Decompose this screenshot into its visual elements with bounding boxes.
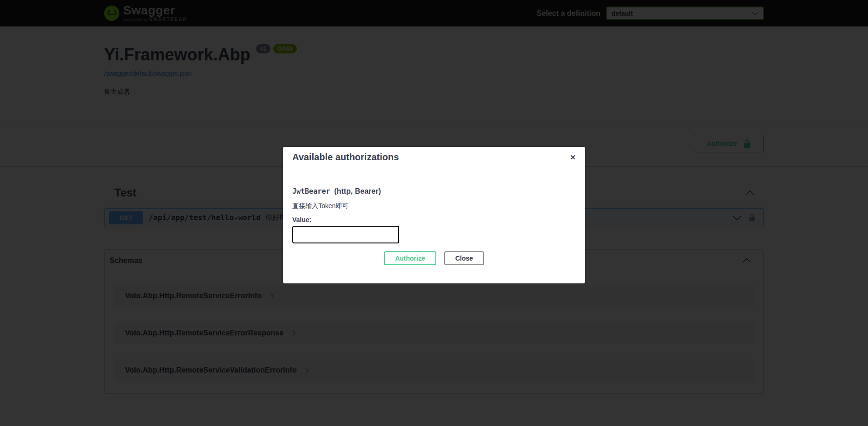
modal-authorize-button[interactable]: Authorize: [384, 251, 436, 265]
auth-scheme-description: 直接输入Token即可: [292, 202, 576, 210]
auth-scheme-title: JwtBearer(http, Bearer): [292, 187, 576, 196]
value-label: Value:: [292, 216, 576, 223]
auth-scheme-type: (http, Bearer): [334, 187, 381, 195]
auth-scheme-name: JwtBearer: [292, 187, 330, 196]
modal-close-button[interactable]: Close: [444, 251, 484, 265]
token-value-input[interactable]: [292, 226, 399, 243]
modal-title: Available authorizations: [292, 152, 399, 163]
modal-close-icon[interactable]: ✕: [570, 154, 576, 161]
auth-modal: Available authorizations ✕ JwtBearer(htt…: [283, 147, 585, 283]
